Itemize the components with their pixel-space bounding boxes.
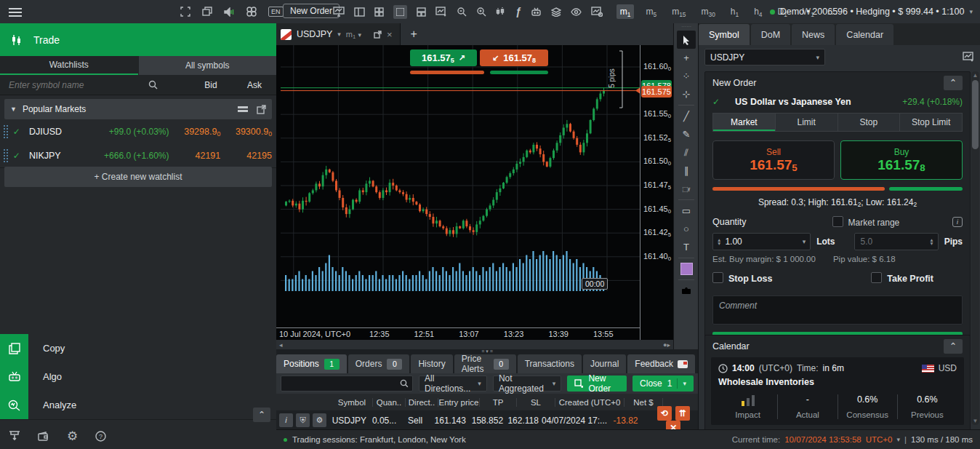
- close-chart-icon[interactable]: ×: [387, 29, 393, 40]
- buy-button[interactable]: Buy 161.578: [840, 140, 963, 180]
- watchlist-row-DJIUSD[interactable]: ✓DJIUSD+99.0 (+0.03%)39298.9039300.90: [0, 119, 276, 144]
- text-tool[interactable]: T: [677, 238, 696, 256]
- reverse-position-button[interactable]: ⟲: [657, 406, 672, 421]
- ask-price[interactable]: 42195: [220, 151, 272, 161]
- bid-price[interactable]: 39298.90: [169, 127, 221, 137]
- zoom-in-icon[interactable]: [476, 7, 486, 17]
- list-view-icon[interactable]: [238, 105, 248, 114]
- sidebar-collapse-button[interactable]: ⌃: [253, 408, 270, 422]
- chart-timeframe-label[interactable]: m1 ▾: [346, 30, 361, 39]
- scroll-right-icon[interactable]: ●▸: [663, 341, 670, 349]
- chart-area[interactable]: 161.575 ↗ ↙ 161.578 00:00 5 pips: [276, 45, 640, 327]
- popout-icon[interactable]: [257, 105, 266, 114]
- new-order-button-panel[interactable]: New Order: [567, 376, 627, 392]
- order-type-stop-limit[interactable]: Stop Limit: [899, 114, 962, 131]
- close-position-button[interactable]: Close 1 ▾: [632, 376, 694, 392]
- add-chart-tab-button[interactable]: +: [411, 28, 417, 41]
- grid-multi-icon[interactable]: [374, 7, 384, 17]
- visibility-eye-icon[interactable]: [571, 8, 582, 16]
- zoom-out-icon[interactable]: [457, 7, 467, 17]
- wallet-icon[interactable]: [38, 432, 49, 442]
- drag-handle-icon[interactable]: [3, 148, 9, 163]
- sidebar-item-trade[interactable]: Trade: [0, 23, 276, 56]
- order-type-limit[interactable]: Limit: [775, 114, 838, 131]
- plugins-icon[interactable]: [246, 7, 257, 17]
- chevron-down-icon[interactable]: ▾: [896, 436, 900, 443]
- frame-tool[interactable]: ⊹: [677, 85, 696, 103]
- chart-type-icon[interactable]: [496, 7, 506, 17]
- tab-watchlists[interactable]: Watchlists: [0, 56, 138, 75]
- timeframe-m30[interactable]: m30: [697, 4, 718, 19]
- tab-journal[interactable]: Journal: [583, 354, 626, 373]
- directions-filter-dropdown[interactable]: All Directions...▾: [419, 376, 487, 392]
- drag-handle-icon[interactable]: [3, 124, 9, 139]
- position-protection-icon[interactable]: ⛨: [296, 413, 310, 427]
- fibo-grid-tool[interactable]: ⬚ғ: [677, 180, 696, 198]
- tab-symbol[interactable]: Symbol: [699, 24, 750, 45]
- position-info-icon[interactable]: i: [279, 413, 293, 427]
- sidebar-item-copy[interactable]: Copy: [0, 334, 276, 363]
- sidebar-item-algo[interactable]: Algo: [0, 362, 276, 392]
- tab-calendar[interactable]: Calendar: [836, 24, 893, 45]
- deposit-atm-icon[interactable]: [9, 431, 20, 442]
- channel-tool[interactable]: ∥: [677, 162, 696, 180]
- tab-news[interactable]: News: [792, 24, 835, 45]
- indicators-icon[interactable]: ƒ: [515, 6, 521, 17]
- take-profit-checkbox[interactable]: Take Profit: [871, 272, 933, 284]
- timeframe-m15[interactable]: m15: [668, 4, 689, 19]
- pen-tool[interactable]: ✎: [677, 125, 696, 143]
- position-settings-icon[interactable]: ⚙: [313, 413, 326, 427]
- search-icon[interactable]: [148, 80, 158, 90]
- grid-split-icon[interactable]: [417, 7, 426, 17]
- positions-search-input[interactable]: [281, 376, 413, 392]
- symbol-search-input[interactable]: [7, 79, 148, 91]
- info-icon[interactable]: i: [952, 217, 963, 227]
- ellipse-tool[interactable]: ○: [677, 220, 696, 238]
- collapse-chevron-icon[interactable]: ⌃: [944, 339, 963, 354]
- watchlist-row-NIKJPY[interactable]: ✓NIKJPY+666.0 (+1.60%)4219142195: [0, 143, 276, 168]
- market-range-checkbox[interactable]: Market range: [832, 216, 900, 228]
- new-order-button[interactable]: New Order: [283, 4, 340, 18]
- timeframe-m1[interactable]: m1: [616, 4, 635, 19]
- collapse-chevron-icon[interactable]: ⌃: [944, 76, 963, 90]
- calendar-event[interactable]: 14:00 (UTC+0) Time: in 6m USD Wholesale …: [711, 357, 964, 425]
- timezone-selector[interactable]: UTC+0: [866, 435, 893, 444]
- cbots-icon[interactable]: [531, 7, 542, 17]
- account-selector[interactable]: Demo • 2006596 • Hedging • $ 999.44 • 1:…: [770, 0, 973, 23]
- tab-history[interactable]: History: [411, 354, 452, 373]
- order-type-market[interactable]: Market: [713, 114, 775, 131]
- fibonacci-tool[interactable]: ⫽: [677, 143, 696, 162]
- market-range-stepper[interactable]: 5.0 ▲▼: [854, 233, 939, 250]
- add-chart-icon[interactable]: [435, 7, 447, 17]
- help-icon[interactable]: ?: [95, 431, 106, 442]
- chart-settings-icon[interactable]: [591, 7, 603, 17]
- bid-price[interactable]: 42191: [169, 151, 221, 161]
- tab-positions[interactable]: Positions1: [276, 354, 347, 373]
- tab-dom[interactable]: DoM: [751, 24, 790, 45]
- chart-sell-price-button[interactable]: 161.575 ↗: [410, 49, 477, 66]
- comment-textarea[interactable]: Comment: [712, 295, 963, 325]
- stepper-arrows-icon[interactable]: ▲▼: [713, 238, 725, 245]
- tab-all-symbols[interactable]: All symbols: [138, 56, 277, 75]
- order-type-stop[interactable]: Stop: [838, 114, 900, 131]
- positions-table-row[interactable]: i⛨⚙USDJPY0.05...Sell161.143158.852162.11…: [276, 410, 698, 430]
- chevron-down-icon[interactable]: ▾: [337, 31, 341, 38]
- settings-gear-icon[interactable]: ⚙: [67, 429, 78, 444]
- right-panel-scrollbar[interactable]: ▲ ▼: [971, 71, 979, 425]
- time-axis[interactable]: 10 Jul 2024, UTC+0 12:3512:5113:0713:231…: [276, 327, 640, 341]
- timeframe-m5[interactable]: m5: [642, 4, 660, 19]
- popout-chart-icon[interactable]: [374, 31, 382, 39]
- fullscreen-icon[interactable]: [180, 7, 190, 17]
- sound-icon[interactable]: [224, 7, 235, 17]
- quantity-stepper[interactable]: ▲▼ 1.00 ▾: [712, 233, 811, 250]
- aggregation-filter-dropdown[interactable]: Not Aggregated▾: [493, 376, 561, 392]
- add-to-chart-icon[interactable]: [963, 52, 975, 63]
- toolbar-drag-handle[interactable]: ⋯⋯: [677, 23, 696, 31]
- trendline-tool[interactable]: ╱: [677, 107, 696, 125]
- scroll-left-icon[interactable]: ◂: [279, 341, 283, 349]
- language-badge[interactable]: EN: [268, 7, 284, 17]
- ask-price[interactable]: 39300.90: [220, 127, 272, 137]
- grid-single-icon[interactable]: [393, 5, 407, 19]
- chart-tab-usdjpy[interactable]: USDJPY ▾ m1 ▾ ×: [276, 23, 401, 45]
- layout-icon[interactable]: [354, 7, 365, 17]
